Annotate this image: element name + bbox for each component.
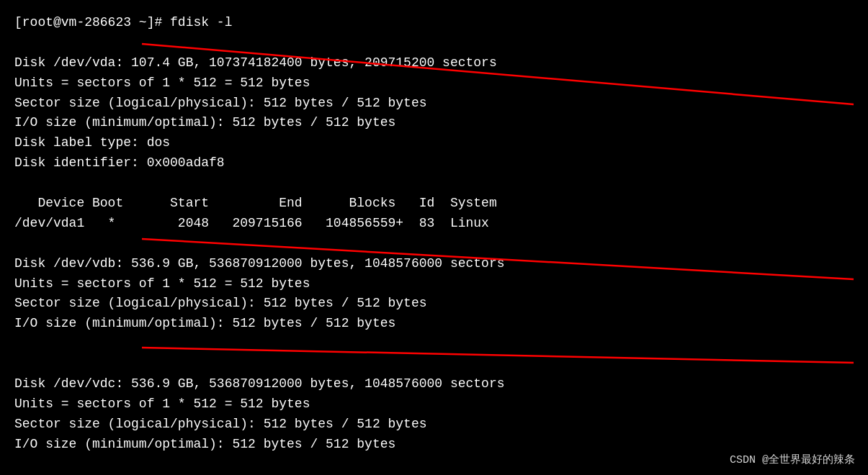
vda-io-size: I/O size (minimum/optimal): 512 bytes / … [14, 113, 854, 133]
vdc-units: Units = sectors of 1 * 512 = 512 bytes [14, 394, 854, 415]
vdb-io-size: I/O size (minimum/optimal): 512 bytes / … [14, 314, 854, 334]
empty-line-4 [14, 334, 854, 354]
empty-line-1 [14, 33, 854, 53]
vdb-header: Disk /dev/vdb: 536.9 GB, 536870912000 by… [14, 254, 854, 274]
vdc-sector-size: Sector size (logical/physical): 512 byte… [14, 415, 854, 435]
vda-table-row: /dev/vda1 * 2048 209715166 104856559+ 83… [14, 214, 854, 234]
prompt-line: [root@vm-286623 ~]# fdisk -l [14, 13, 854, 33]
empty-line-2 [14, 173, 854, 194]
terminal-window: [root@vm-286623 ~]# fdisk -l Disk /dev/v… [0, 0, 868, 468]
vda-identifier: Disk identifier: 0x000adaf8 [14, 153, 854, 173]
vda-units: Units = sectors of 1 * 512 = 512 bytes [14, 73, 854, 94]
vda-label-type: Disk label type: dos [14, 133, 854, 153]
empty-line-3 [14, 234, 854, 254]
vdc-header: Disk /dev/vdc: 536.9 GB, 536870912000 by… [14, 374, 854, 394]
watermark: CSDN @全世界最好的辣条 [730, 453, 855, 466]
vdc-io-size: I/O size (minimum/optimal): 512 bytes / … [14, 435, 854, 455]
vda-header: Disk /dev/vda: 107.4 GB, 107374182400 by… [14, 53, 854, 73]
vdb-sector-size: Sector size (logical/physical): 512 byte… [14, 294, 854, 314]
empty-line-5 [14, 354, 854, 374]
vda-sector-size: Sector size (logical/physical): 512 byte… [14, 94, 854, 114]
vda-table-header: Device Boot Start End Blocks Id System [14, 194, 854, 214]
vdb-units: Units = sectors of 1 * 512 = 512 bytes [14, 274, 854, 294]
